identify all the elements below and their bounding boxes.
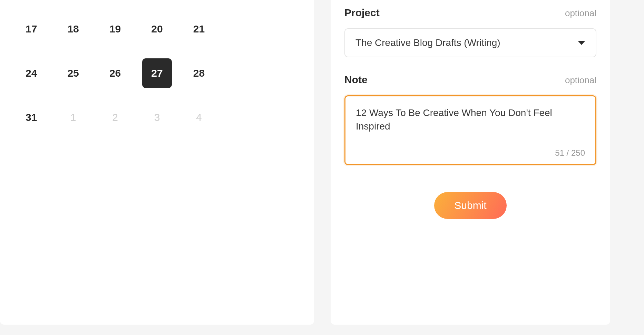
calendar-day-number: 21	[193, 23, 205, 35]
calendar-cell-empty	[220, 51, 262, 95]
calendar-day-number: 1	[70, 112, 76, 123]
note-label: Note	[344, 74, 368, 86]
calendar-day-number: 17	[26, 23, 37, 35]
calendar-day-number: 2	[112, 112, 118, 123]
note-field-header: Note optional	[344, 74, 596, 86]
calendar-day[interactable]: 3	[136, 95, 178, 140]
note-box: 51 / 250	[344, 95, 596, 165]
project-select[interactable]: The Creative Blog Drafts (Writing)	[344, 28, 596, 57]
project-select-value: The Creative Blog Drafts (Writing)	[355, 37, 500, 48]
calendar-day-number: 3	[154, 112, 160, 123]
calendar-day[interactable]: 25	[52, 51, 94, 95]
calendar-day[interactable]: 1	[52, 95, 94, 140]
note-field: Note optional 51 / 250	[344, 74, 596, 165]
calendar-grid: 17181920212425262728311234	[10, 7, 304, 140]
calendar-cell-empty	[220, 95, 262, 140]
calendar-day[interactable]: 28	[178, 51, 220, 95]
project-optional: optional	[565, 8, 596, 19]
calendar-cell-empty	[262, 95, 304, 140]
calendar-cell-empty	[262, 7, 304, 51]
calendar-day-number: 18	[67, 23, 79, 35]
calendar-day[interactable]: 4	[178, 95, 220, 140]
calendar-day[interactable]: 24	[10, 51, 52, 95]
calendar-day-number: 25	[67, 67, 79, 79]
form-panel: Project optional The Creative Blog Draft…	[331, 0, 610, 325]
calendar-day[interactable]: 27	[136, 51, 178, 95]
calendar-day[interactable]: 21	[178, 7, 220, 51]
project-field-header: Project optional	[344, 7, 596, 19]
calendar-day-number: 26	[109, 67, 121, 79]
calendar-day[interactable]: 26	[94, 51, 136, 95]
note-textarea[interactable]	[356, 106, 585, 144]
calendar-cell-empty	[262, 51, 304, 95]
calendar-day-number: 31	[26, 112, 37, 123]
note-optional: optional	[565, 75, 596, 86]
calendar-day-number: 20	[151, 23, 163, 35]
calendar-day[interactable]: 17	[10, 7, 52, 51]
submit-button[interactable]: Submit	[434, 192, 506, 219]
note-char-counter: 51 / 250	[356, 148, 585, 158]
calendar-panel: 17181920212425262728311234	[0, 0, 314, 325]
calendar-day-number: 28	[193, 67, 205, 79]
calendar-day-number: 27	[142, 58, 172, 88]
project-label: Project	[344, 7, 380, 19]
calendar-day-number: 19	[109, 23, 121, 35]
calendar-day[interactable]: 18	[52, 7, 94, 51]
calendar-cell-empty	[220, 7, 262, 51]
project-field: Project optional The Creative Blog Draft…	[344, 7, 596, 57]
calendar-day[interactable]: 31	[10, 95, 52, 140]
calendar-day-number: 4	[196, 112, 202, 123]
chevron-down-icon	[578, 41, 585, 45]
calendar-day[interactable]: 20	[136, 7, 178, 51]
calendar-day[interactable]: 19	[94, 7, 136, 51]
submit-wrap: Submit	[344, 192, 596, 219]
calendar-day[interactable]: 2	[94, 95, 136, 140]
calendar-day-number: 24	[26, 67, 37, 79]
